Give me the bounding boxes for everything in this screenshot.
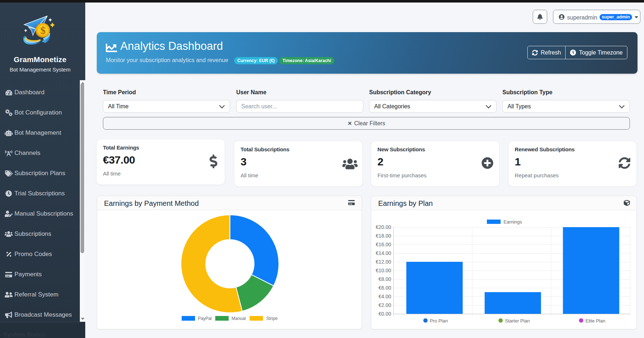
svg-text:€6.00: €6.00 xyxy=(379,285,391,291)
svg-text:Pro Plan: Pro Plan xyxy=(430,318,448,324)
svg-text:€8.00: €8.00 xyxy=(379,276,391,282)
svg-text:€18.00: €18.00 xyxy=(376,233,391,239)
svg-text:€2.00: €2.00 xyxy=(379,302,391,308)
svg-text:€20.00: €20.00 xyxy=(376,224,391,230)
svg-text:€4.00: €4.00 xyxy=(379,294,391,299)
svg-text:Stripe: Stripe xyxy=(266,316,278,321)
svg-text:Earnings: Earnings xyxy=(503,219,522,225)
svg-text:PayPal: PayPal xyxy=(198,316,212,321)
svg-text:€0.00: €0.00 xyxy=(379,311,391,317)
svg-text:Manual: Manual xyxy=(232,316,246,321)
svg-text:€16.00: €16.00 xyxy=(376,242,391,247)
svg-text:Elite Plan: Elite Plan xyxy=(585,318,605,324)
svg-text:$: $ xyxy=(40,25,46,36)
svg-text:Starter Plan: Starter Plan xyxy=(505,318,530,324)
svg-text:€12.00: €12.00 xyxy=(376,259,391,265)
svg-text:€14.00: €14.00 xyxy=(376,250,391,256)
svg-text:€10.00: €10.00 xyxy=(376,268,391,273)
